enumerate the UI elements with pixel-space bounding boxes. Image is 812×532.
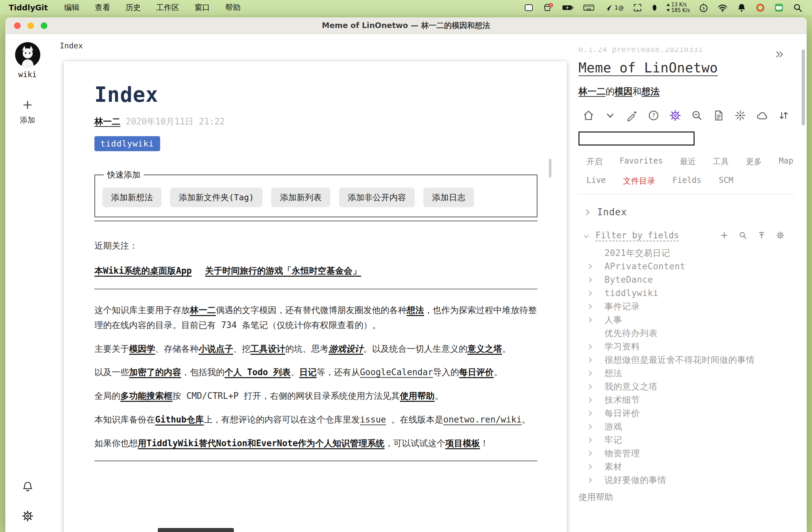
- inline-link[interactable]: 个人 Todo 列表: [224, 367, 291, 377]
- quick-add-button[interactable]: 添加非公开内容: [339, 188, 415, 207]
- inline-link[interactable]: onetwo.ren/wiki: [444, 415, 522, 425]
- tree-item[interactable]: 我的意义之塔: [579, 380, 807, 393]
- quick-add-button[interactable]: 添加日志: [423, 188, 474, 207]
- menu-item[interactable]: 编辑: [56, 2, 87, 13]
- inline-link[interactable]: 模因: [614, 85, 633, 98]
- zoom-window-button[interactable]: [41, 23, 47, 29]
- menu-item[interactable]: 历史: [118, 2, 148, 13]
- sidebar-tab[interactable]: Map: [779, 156, 793, 167]
- tree-item[interactable]: ByteDance: [579, 273, 807, 286]
- wifi-icon[interactable]: [717, 3, 728, 13]
- browser-icon[interactable]: [755, 3, 765, 13]
- tree-settings-gear-icon[interactable]: [776, 231, 785, 240]
- add-workspace-label[interactable]: 添加: [20, 115, 35, 125]
- keyboard-icon[interactable]: [583, 3, 594, 13]
- search-input[interactable]: [579, 131, 695, 145]
- menu-item[interactable]: 帮助: [218, 2, 248, 13]
- new-tiddler-icon[interactable]: [626, 110, 638, 121]
- notification-bell-icon[interactable]: [737, 3, 746, 13]
- tag-pill[interactable]: tiddlywiki: [95, 136, 160, 151]
- inline-link[interactable]: GoogleCalendar: [360, 367, 433, 377]
- help-icon[interactable]: ?: [648, 110, 659, 121]
- menu-item[interactable]: 窗口: [187, 2, 218, 13]
- tree-item[interactable]: 优先待办列表: [579, 327, 807, 340]
- collapse-sidebar-icon[interactable]: [774, 49, 785, 59]
- pill-icon[interactable]: [651, 3, 658, 13]
- author-link[interactable]: 林一二: [95, 116, 120, 128]
- site-title[interactable]: Meme of LinOnetwo: [579, 60, 718, 75]
- inline-link[interactable]: 每日评价: [459, 367, 494, 377]
- chevron-down-icon[interactable]: [604, 110, 616, 121]
- tree-item[interactable]: 牢记: [579, 433, 807, 447]
- tree-item[interactable]: 物资管理: [579, 447, 807, 460]
- home-icon[interactable]: [582, 110, 594, 121]
- window-icon[interactable]: [524, 3, 534, 13]
- add-filter-icon[interactable]: [720, 231, 729, 240]
- menu-item[interactable]: 查看: [87, 2, 118, 13]
- sidebar-tab[interactable]: 文件目录: [623, 175, 655, 186]
- tree-root-item[interactable]: Index: [584, 206, 807, 218]
- tree-item[interactable]: 人事: [579, 313, 807, 327]
- preferences-gear-icon[interactable]: [5, 510, 50, 522]
- settings-gear-icon[interactable]: [669, 110, 681, 121]
- inline-link[interactable]: 林一二: [579, 85, 606, 98]
- tree-item[interactable]: 事件记录: [579, 300, 807, 313]
- tree-item[interactable]: 技术细节: [579, 393, 807, 406]
- quick-add-button[interactable]: 添加新文件夹(Tag): [170, 188, 263, 207]
- sidebar-tab[interactable]: 工具: [713, 156, 729, 167]
- scrollbar-thumb[interactable]: [802, 49, 805, 126]
- minimize-window-button[interactable]: [27, 23, 34, 29]
- menu-app-name[interactable]: TiddlyGit: [5, 3, 56, 12]
- messages-icon[interactable]: [774, 3, 784, 13]
- battery-icon[interactable]: [562, 3, 575, 13]
- window-titlebar[interactable]: Meme of LinOnetwo — 林一二的模因和想法: [5, 17, 807, 34]
- tree-item[interactable]: 想法: [579, 366, 807, 380]
- inline-link[interactable]: 意义之塔: [467, 344, 502, 354]
- inline-link[interactable]: 日记: [299, 367, 317, 377]
- inline-link[interactable]: 小说点子: [199, 344, 233, 354]
- search-tree-icon[interactable]: [739, 231, 747, 240]
- scrollbar-thumb[interactable]: [549, 159, 551, 177]
- inline-link[interactable]: 工具设计: [250, 344, 285, 354]
- usage-help-link[interactable]: 使用帮助: [579, 491, 807, 503]
- inline-link[interactable]: 用TiddlyWiki替代Notion和EverNote作为个人知识管理系统: [138, 438, 385, 448]
- inline-link[interactable]: 多功能搜索框: [120, 391, 173, 401]
- zoom-out-icon[interactable]: [691, 110, 703, 121]
- tree-item[interactable]: 很想做但是最近舍不得花时间做的事情: [579, 353, 807, 366]
- tree-item[interactable]: 说好要做的事情: [579, 473, 807, 487]
- menu-item[interactable]: 工作区: [148, 2, 187, 13]
- input-source-icon[interactable]: 1@: [603, 3, 624, 13]
- inline-link[interactable]: 加密了的内容: [129, 367, 181, 377]
- quick-add-button[interactable]: 添加新列表: [271, 188, 330, 207]
- workspace-avatar[interactable]: [15, 42, 40, 68]
- tree-item[interactable]: 游戏: [579, 420, 807, 433]
- quick-add-button[interactable]: 添加新想法: [102, 188, 161, 207]
- inline-link[interactable]: issue: [360, 415, 386, 425]
- document-icon[interactable]: [713, 110, 725, 121]
- tree-item[interactable]: 2021年交易日记: [579, 246, 807, 260]
- theme-icon[interactable]: [734, 110, 746, 121]
- package-icon[interactable]: 0: [542, 3, 553, 13]
- recent-link[interactable]: 本Wiki系统的桌面版App: [95, 265, 192, 277]
- sidebar-tab[interactable]: Favorites: [620, 156, 663, 167]
- sidebar-tab[interactable]: 更多: [746, 156, 762, 167]
- filter-by-fields-link[interactable]: Filter by fields: [595, 230, 720, 240]
- sidebar-tab[interactable]: SCM: [719, 175, 733, 186]
- collapse-all-icon[interactable]: [757, 231, 766, 240]
- inline-link[interactable]: Github仓库: [155, 415, 204, 425]
- inline-link[interactable]: 游戏设计: [329, 344, 363, 354]
- inline-link[interactable]: 想法: [641, 85, 659, 98]
- add-workspace-button[interactable]: +: [23, 98, 33, 111]
- tree-item[interactable]: 素材: [579, 460, 807, 473]
- sidebar-tab[interactable]: 最近: [680, 156, 696, 167]
- open-tiddler-tab[interactable]: Index: [60, 41, 83, 50]
- notifications-icon[interactable]: [5, 480, 50, 493]
- close-window-button[interactable]: [14, 23, 21, 29]
- tree-item[interactable]: 每日评价: [579, 406, 807, 420]
- screen-capture-icon[interactable]: [633, 3, 642, 13]
- recent-link[interactable]: 关于时间旅行的游戏「永恒时空基金会」: [205, 265, 361, 277]
- cloud-save-icon[interactable]: [756, 110, 768, 121]
- sidebar-tab[interactable]: Fields: [672, 175, 701, 186]
- inline-link[interactable]: 使用帮助: [400, 391, 435, 401]
- spotlight-icon[interactable]: [793, 3, 803, 13]
